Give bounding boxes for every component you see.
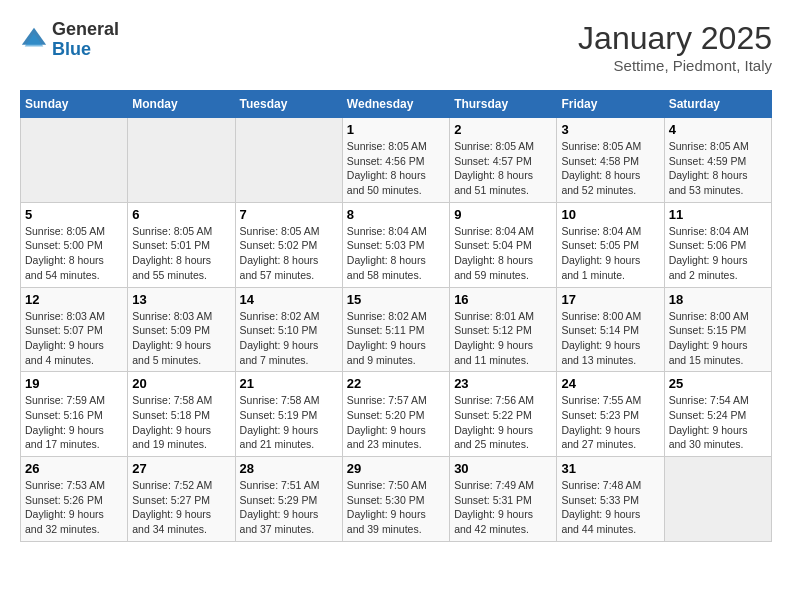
day-number: 4 <box>669 122 767 137</box>
weekday-header: Thursday <box>450 91 557 118</box>
calendar-cell: 21Sunrise: 7:58 AMSunset: 5:19 PMDayligh… <box>235 372 342 457</box>
day-info: Sunrise: 7:50 AMSunset: 5:30 PMDaylight:… <box>347 478 445 537</box>
day-number: 8 <box>347 207 445 222</box>
calendar-cell: 19Sunrise: 7:59 AMSunset: 5:16 PMDayligh… <box>21 372 128 457</box>
page-header: General Blue January 2025 Settime, Piedm… <box>20 20 772 74</box>
calendar-cell: 25Sunrise: 7:54 AMSunset: 5:24 PMDayligh… <box>664 372 771 457</box>
day-number: 29 <box>347 461 445 476</box>
day-info: Sunrise: 7:58 AMSunset: 5:18 PMDaylight:… <box>132 393 230 452</box>
weekday-header: Friday <box>557 91 664 118</box>
calendar-week-row: 1Sunrise: 8:05 AMSunset: 4:56 PMDaylight… <box>21 118 772 203</box>
day-number: 13 <box>132 292 230 307</box>
day-number: 10 <box>561 207 659 222</box>
day-number: 19 <box>25 376 123 391</box>
day-info: Sunrise: 8:05 AMSunset: 4:57 PMDaylight:… <box>454 139 552 198</box>
day-info: Sunrise: 8:04 AMSunset: 5:03 PMDaylight:… <box>347 224 445 283</box>
day-info: Sunrise: 8:00 AMSunset: 5:15 PMDaylight:… <box>669 309 767 368</box>
calendar-cell: 27Sunrise: 7:52 AMSunset: 5:27 PMDayligh… <box>128 457 235 542</box>
calendar-cell: 7Sunrise: 8:05 AMSunset: 5:02 PMDaylight… <box>235 202 342 287</box>
day-info: Sunrise: 8:03 AMSunset: 5:09 PMDaylight:… <box>132 309 230 368</box>
calendar-cell <box>21 118 128 203</box>
day-number: 23 <box>454 376 552 391</box>
day-info: Sunrise: 8:05 AMSunset: 4:56 PMDaylight:… <box>347 139 445 198</box>
calendar-week-row: 19Sunrise: 7:59 AMSunset: 5:16 PMDayligh… <box>21 372 772 457</box>
calendar-cell: 16Sunrise: 8:01 AMSunset: 5:12 PMDayligh… <box>450 287 557 372</box>
day-info: Sunrise: 7:48 AMSunset: 5:33 PMDaylight:… <box>561 478 659 537</box>
weekday-row: SundayMondayTuesdayWednesdayThursdayFrid… <box>21 91 772 118</box>
calendar-title: January 2025 <box>578 20 772 57</box>
calendar-cell: 22Sunrise: 7:57 AMSunset: 5:20 PMDayligh… <box>342 372 449 457</box>
calendar-cell: 1Sunrise: 8:05 AMSunset: 4:56 PMDaylight… <box>342 118 449 203</box>
day-info: Sunrise: 8:05 AMSunset: 5:01 PMDaylight:… <box>132 224 230 283</box>
day-info: Sunrise: 8:05 AMSunset: 5:00 PMDaylight:… <box>25 224 123 283</box>
calendar-cell: 14Sunrise: 8:02 AMSunset: 5:10 PMDayligh… <box>235 287 342 372</box>
day-number: 9 <box>454 207 552 222</box>
day-info: Sunrise: 8:05 AMSunset: 4:58 PMDaylight:… <box>561 139 659 198</box>
day-number: 3 <box>561 122 659 137</box>
calendar-cell: 2Sunrise: 8:05 AMSunset: 4:57 PMDaylight… <box>450 118 557 203</box>
weekday-header: Wednesday <box>342 91 449 118</box>
day-info: Sunrise: 8:05 AMSunset: 4:59 PMDaylight:… <box>669 139 767 198</box>
calendar-week-row: 12Sunrise: 8:03 AMSunset: 5:07 PMDayligh… <box>21 287 772 372</box>
calendar-body: 1Sunrise: 8:05 AMSunset: 4:56 PMDaylight… <box>21 118 772 542</box>
day-info: Sunrise: 8:02 AMSunset: 5:11 PMDaylight:… <box>347 309 445 368</box>
calendar-cell: 3Sunrise: 8:05 AMSunset: 4:58 PMDaylight… <box>557 118 664 203</box>
day-number: 12 <box>25 292 123 307</box>
day-number: 15 <box>347 292 445 307</box>
day-number: 26 <box>25 461 123 476</box>
calendar-subtitle: Settime, Piedmont, Italy <box>578 57 772 74</box>
calendar-cell: 13Sunrise: 8:03 AMSunset: 5:09 PMDayligh… <box>128 287 235 372</box>
calendar-cell: 4Sunrise: 8:05 AMSunset: 4:59 PMDaylight… <box>664 118 771 203</box>
weekday-header: Monday <box>128 91 235 118</box>
day-info: Sunrise: 8:03 AMSunset: 5:07 PMDaylight:… <box>25 309 123 368</box>
calendar-cell: 8Sunrise: 8:04 AMSunset: 5:03 PMDaylight… <box>342 202 449 287</box>
calendar-cell: 12Sunrise: 8:03 AMSunset: 5:07 PMDayligh… <box>21 287 128 372</box>
calendar-cell: 31Sunrise: 7:48 AMSunset: 5:33 PMDayligh… <box>557 457 664 542</box>
calendar-cell <box>128 118 235 203</box>
calendar-cell: 9Sunrise: 8:04 AMSunset: 5:04 PMDaylight… <box>450 202 557 287</box>
day-number: 2 <box>454 122 552 137</box>
calendar-cell: 5Sunrise: 8:05 AMSunset: 5:00 PMDaylight… <box>21 202 128 287</box>
weekday-header: Tuesday <box>235 91 342 118</box>
day-number: 21 <box>240 376 338 391</box>
day-number: 7 <box>240 207 338 222</box>
calendar-cell: 10Sunrise: 8:04 AMSunset: 5:05 PMDayligh… <box>557 202 664 287</box>
calendar-cell: 15Sunrise: 8:02 AMSunset: 5:11 PMDayligh… <box>342 287 449 372</box>
day-number: 28 <box>240 461 338 476</box>
calendar-cell: 11Sunrise: 8:04 AMSunset: 5:06 PMDayligh… <box>664 202 771 287</box>
weekday-header: Sunday <box>21 91 128 118</box>
calendar-table: SundayMondayTuesdayWednesdayThursdayFrid… <box>20 90 772 542</box>
day-info: Sunrise: 8:01 AMSunset: 5:12 PMDaylight:… <box>454 309 552 368</box>
day-number: 22 <box>347 376 445 391</box>
day-number: 17 <box>561 292 659 307</box>
day-info: Sunrise: 7:58 AMSunset: 5:19 PMDaylight:… <box>240 393 338 452</box>
day-info: Sunrise: 7:59 AMSunset: 5:16 PMDaylight:… <box>25 393 123 452</box>
day-number: 31 <box>561 461 659 476</box>
logo-blue: Blue <box>52 40 119 60</box>
logo: General Blue <box>20 20 119 60</box>
day-number: 6 <box>132 207 230 222</box>
day-number: 1 <box>347 122 445 137</box>
calendar-cell: 23Sunrise: 7:56 AMSunset: 5:22 PMDayligh… <box>450 372 557 457</box>
calendar-cell <box>664 457 771 542</box>
calendar-header: SundayMondayTuesdayWednesdayThursdayFrid… <box>21 91 772 118</box>
calendar-cell: 6Sunrise: 8:05 AMSunset: 5:01 PMDaylight… <box>128 202 235 287</box>
title-block: January 2025 Settime, Piedmont, Italy <box>578 20 772 74</box>
day-info: Sunrise: 8:04 AMSunset: 5:04 PMDaylight:… <box>454 224 552 283</box>
day-number: 5 <box>25 207 123 222</box>
day-info: Sunrise: 7:54 AMSunset: 5:24 PMDaylight:… <box>669 393 767 452</box>
day-number: 20 <box>132 376 230 391</box>
day-number: 14 <box>240 292 338 307</box>
day-info: Sunrise: 8:05 AMSunset: 5:02 PMDaylight:… <box>240 224 338 283</box>
day-info: Sunrise: 7:51 AMSunset: 5:29 PMDaylight:… <box>240 478 338 537</box>
calendar-week-row: 26Sunrise: 7:53 AMSunset: 5:26 PMDayligh… <box>21 457 772 542</box>
calendar-cell: 26Sunrise: 7:53 AMSunset: 5:26 PMDayligh… <box>21 457 128 542</box>
day-info: Sunrise: 7:53 AMSunset: 5:26 PMDaylight:… <box>25 478 123 537</box>
calendar-cell: 18Sunrise: 8:00 AMSunset: 5:15 PMDayligh… <box>664 287 771 372</box>
day-info: Sunrise: 7:57 AMSunset: 5:20 PMDaylight:… <box>347 393 445 452</box>
day-info: Sunrise: 8:04 AMSunset: 5:06 PMDaylight:… <box>669 224 767 283</box>
weekday-header: Saturday <box>664 91 771 118</box>
day-number: 11 <box>669 207 767 222</box>
day-number: 30 <box>454 461 552 476</box>
day-number: 16 <box>454 292 552 307</box>
